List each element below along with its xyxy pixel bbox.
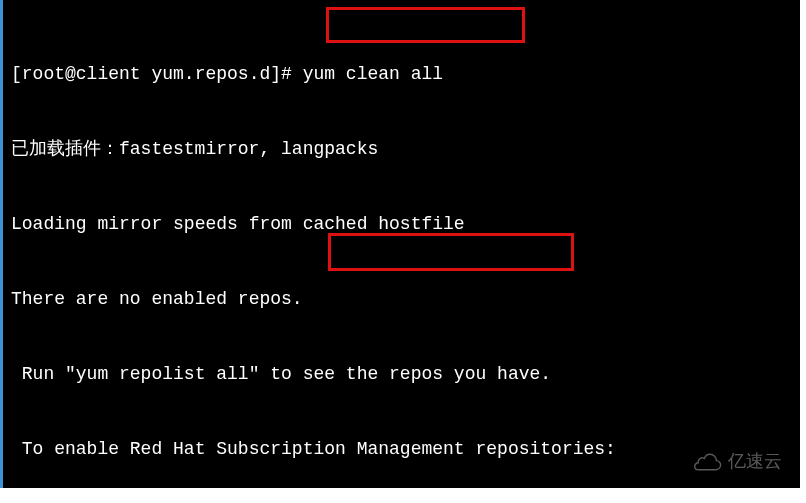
terminal-output-line: To enable Red Hat Subscription Managemen… — [11, 437, 800, 462]
shell-prompt: [root@client yum.repos.d]# — [11, 64, 303, 84]
cloud-icon — [694, 453, 722, 471]
terminal-output-line: Loading mirror speeds from cached hostfi… — [11, 212, 800, 237]
annotation-highlight-box — [328, 233, 574, 271]
watermark: 亿速云 — [694, 449, 782, 474]
terminal-output-line: 已加载插件：fastestmirror, langpacks — [11, 137, 800, 162]
watermark-text: 亿速云 — [728, 449, 782, 474]
terminal-output-line: Run "yum repolist all" to see the repos … — [11, 362, 800, 387]
command-text: yum clean all — [303, 64, 443, 84]
terminal-line: [root@client yum.repos.d]# yum clean all — [11, 62, 800, 87]
terminal-output-line: There are no enabled repos. — [11, 287, 800, 312]
terminal-window[interactable]: [root@client yum.repos.d]# yum clean all… — [0, 0, 800, 488]
annotation-highlight-box — [326, 7, 525, 43]
